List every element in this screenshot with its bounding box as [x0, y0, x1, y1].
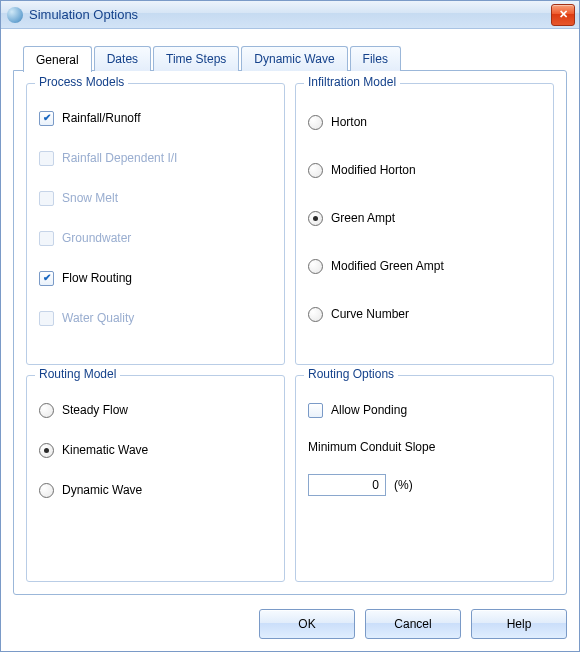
rad-steady-flow[interactable]: Steady Flow: [39, 400, 272, 420]
checkbox-icon: [39, 191, 54, 206]
rad-label: Green Ampt: [331, 211, 395, 225]
group-process-models: Process Models Rainfall/Runoff Rainfall …: [26, 83, 285, 365]
group-infiltration-model: Infiltration Model Horton Modified Horto…: [295, 83, 554, 365]
chk-rainfall-dependent-ii: Rainfall Dependent I/I: [39, 148, 272, 168]
cancel-button[interactable]: Cancel: [365, 609, 461, 639]
app-icon: [7, 7, 23, 23]
chk-water-quality: Water Quality: [39, 308, 272, 328]
rad-label: Dynamic Wave: [62, 483, 142, 497]
rad-horton[interactable]: Horton: [308, 112, 541, 132]
chk-label: Allow Ponding: [331, 403, 407, 417]
rad-kinematic-wave[interactable]: Kinematic Wave: [39, 440, 272, 460]
rad-modified-green-ampt[interactable]: Modified Green Ampt: [308, 256, 541, 276]
rad-label: Modified Green Ampt: [331, 259, 444, 273]
chk-label: Snow Melt: [62, 191, 118, 205]
group-legend: Routing Options: [304, 367, 398, 381]
titlebar: Simulation Options ✕: [1, 1, 579, 29]
radio-icon: [39, 483, 54, 498]
chk-allow-ponding[interactable]: Allow Ponding: [308, 400, 541, 420]
btn-label: Help: [507, 617, 532, 631]
btn-label: OK: [298, 617, 315, 631]
group-legend: Routing Model: [35, 367, 120, 381]
chk-snow-melt: Snow Melt: [39, 188, 272, 208]
tab-files[interactable]: Files: [350, 46, 401, 71]
close-button[interactable]: ✕: [551, 4, 575, 26]
btn-label: Cancel: [394, 617, 431, 631]
radio-icon: [308, 211, 323, 226]
tab-label: General: [36, 53, 79, 67]
group-legend: Infiltration Model: [304, 75, 400, 89]
rad-label: Horton: [331, 115, 367, 129]
tab-time-steps[interactable]: Time Steps: [153, 46, 239, 71]
tab-dynamic-wave[interactable]: Dynamic Wave: [241, 46, 347, 71]
tab-label: Dates: [107, 52, 138, 66]
tab-label: Files: [363, 52, 388, 66]
radio-icon: [308, 163, 323, 178]
tab-label: Dynamic Wave: [254, 52, 334, 66]
checkbox-icon: [39, 151, 54, 166]
rad-curve-number[interactable]: Curve Number: [308, 304, 541, 324]
simulation-options-window: Simulation Options ✕ General Dates Time …: [0, 0, 580, 652]
checkbox-icon: [39, 271, 54, 286]
rad-label: Kinematic Wave: [62, 443, 148, 457]
chk-label: Groundwater: [62, 231, 131, 245]
help-button[interactable]: Help: [471, 609, 567, 639]
rad-label: Curve Number: [331, 307, 409, 321]
radio-icon: [39, 443, 54, 458]
group-routing-model: Routing Model Steady Flow Kinematic Wave…: [26, 375, 285, 582]
window-title: Simulation Options: [29, 7, 551, 22]
radio-icon: [308, 259, 323, 274]
rad-label: Modified Horton: [331, 163, 416, 177]
chk-flow-routing[interactable]: Flow Routing: [39, 268, 272, 288]
chk-groundwater: Groundwater: [39, 228, 272, 248]
chk-rainfall-runoff[interactable]: Rainfall/Runoff: [39, 108, 272, 128]
rad-dynamic-wave[interactable]: Dynamic Wave: [39, 480, 272, 500]
checkbox-icon: [308, 403, 323, 418]
tab-panel-general: Process Models Rainfall/Runoff Rainfall …: [13, 70, 567, 595]
tabstrip: General Dates Time Steps Dynamic Wave Fi…: [23, 45, 567, 71]
chk-label: Water Quality: [62, 311, 134, 325]
rad-label: Steady Flow: [62, 403, 128, 417]
close-icon: ✕: [559, 9, 568, 20]
checkbox-icon: [39, 231, 54, 246]
button-row: OK Cancel Help: [13, 609, 567, 639]
tab-dates[interactable]: Dates: [94, 46, 151, 71]
chk-label: Flow Routing: [62, 271, 132, 285]
group-routing-options: Routing Options Allow Ponding Minimum Co…: [295, 375, 554, 582]
dialog-content: General Dates Time Steps Dynamic Wave Fi…: [1, 29, 579, 651]
rad-modified-horton[interactable]: Modified Horton: [308, 160, 541, 180]
radio-icon: [39, 403, 54, 418]
radio-icon: [308, 115, 323, 130]
tab-label: Time Steps: [166, 52, 226, 66]
min-conduit-slope-unit: (%): [394, 478, 413, 492]
chk-label: Rainfall/Runoff: [62, 111, 141, 125]
rad-green-ampt[interactable]: Green Ampt: [308, 208, 541, 228]
chk-label: Rainfall Dependent I/I: [62, 151, 177, 165]
min-conduit-slope-input[interactable]: [308, 474, 386, 496]
checkbox-icon: [39, 311, 54, 326]
checkbox-icon: [39, 111, 54, 126]
ok-button[interactable]: OK: [259, 609, 355, 639]
group-legend: Process Models: [35, 75, 128, 89]
radio-icon: [308, 307, 323, 322]
tab-general[interactable]: General: [23, 46, 92, 72]
min-conduit-slope-label: Minimum Conduit Slope: [308, 440, 541, 454]
